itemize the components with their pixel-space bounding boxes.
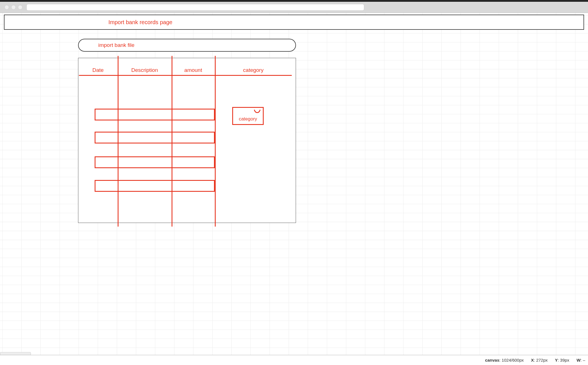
status-canvas: canvas: 1024/600px bbox=[485, 358, 524, 362]
chevron-down-icon bbox=[254, 110, 261, 115]
import-bank-file-button[interactable]: import bank file bbox=[78, 39, 296, 52]
page-title: Import bank records page bbox=[108, 19, 172, 26]
status-canvas-value: 1024/600px bbox=[502, 358, 524, 362]
window-minimize-button[interactable] bbox=[11, 5, 16, 10]
status-x: X: 272px bbox=[531, 358, 548, 362]
column-separator-3 bbox=[215, 56, 216, 227]
status-canvas-label: canvas bbox=[485, 358, 499, 362]
table-header-description: Description bbox=[118, 67, 172, 73]
status-y: Y: 39px bbox=[555, 358, 569, 362]
status-w-value: – bbox=[583, 358, 585, 362]
table-header-amount: amount bbox=[172, 67, 215, 73]
status-w-label: W bbox=[576, 358, 580, 362]
category-dropdown-label: category bbox=[239, 116, 257, 122]
status-y-value: 39px bbox=[560, 358, 569, 362]
table-header-date: Date bbox=[78, 67, 118, 73]
table-row[interactable] bbox=[95, 109, 215, 120]
page-title-box[interactable]: Import bank records page bbox=[4, 15, 584, 30]
status-x-value: 272px bbox=[536, 358, 548, 362]
table-row[interactable] bbox=[95, 156, 215, 168]
table-row[interactable] bbox=[95, 132, 215, 143]
status-x-label: X bbox=[531, 358, 534, 362]
window-controls bbox=[4, 5, 22, 10]
browser-chrome-bar bbox=[0, 2, 588, 13]
category-dropdown[interactable]: category bbox=[232, 107, 264, 125]
table-header-category: category bbox=[215, 67, 292, 73]
window-maximize-button[interactable] bbox=[18, 5, 22, 10]
records-table-box[interactable]: Date Description amount category categor… bbox=[78, 58, 296, 223]
import-button-label: import bank file bbox=[98, 42, 135, 48]
status-bar: canvas: 1024/600px X: 272px Y: 39px W: – bbox=[0, 355, 588, 365]
tick-mark bbox=[215, 56, 216, 61]
table-row[interactable] bbox=[95, 180, 215, 192]
url-input[interactable] bbox=[26, 4, 364, 11]
bottom-tab-hint bbox=[0, 352, 31, 355]
header-underline bbox=[79, 75, 292, 76]
status-y-label: Y bbox=[555, 358, 558, 362]
window-close-button[interactable] bbox=[4, 5, 9, 10]
status-w: W: – bbox=[576, 358, 585, 362]
mockup-canvas[interactable]: Import bank records page import bank fil… bbox=[0, 13, 588, 355]
